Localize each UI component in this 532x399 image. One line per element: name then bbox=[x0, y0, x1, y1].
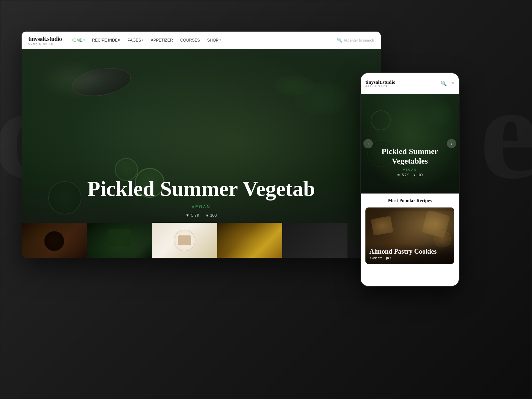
mobile-search-icon[interactable]: 🔍 bbox=[441, 80, 447, 86]
thumbnail-4[interactable] bbox=[217, 223, 282, 258]
food-dec-top-right bbox=[294, 82, 347, 115]
heart-icon: ♥ bbox=[206, 213, 208, 218]
thumbnail-5[interactable] bbox=[282, 223, 347, 258]
nav-item-courses[interactable]: COURSES bbox=[180, 38, 200, 43]
nav-arrow-pages: ▾ bbox=[142, 39, 143, 42]
nav-item-shop[interactable]: SHOP ▾ bbox=[207, 38, 221, 43]
search-placeholder-text: Hit enter to search bbox=[344, 38, 374, 42]
mobile-heart-icon: ♥ bbox=[413, 173, 415, 177]
hero-category-badge: VEGAN bbox=[22, 204, 381, 209]
popular-section-title: Most Popular Recipes bbox=[365, 198, 454, 203]
hero-stats: 👁 5.7K ♥ 100 bbox=[22, 213, 381, 218]
thumbnail-strip bbox=[22, 223, 347, 258]
mobile-hero-content: Pickled Summer Vegetables VEGAN 👁 5.7K ♥… bbox=[361, 147, 459, 177]
logo-name: tinysalt.studio bbox=[28, 36, 62, 43]
nav-item-appetizer[interactable]: APPETIZER bbox=[151, 38, 173, 43]
recipe-card-meta: SWEET 💬 1 bbox=[369, 257, 450, 260]
thumbnail-1[interactable] bbox=[22, 223, 87, 258]
comment-icon: 💬 bbox=[385, 257, 389, 260]
view-count: 👁 5.7K bbox=[186, 213, 200, 218]
nav-item-pages[interactable]: PAGES ▾ bbox=[128, 38, 143, 43]
mobile-hero-title: Pickled Summer Vegetables bbox=[366, 147, 454, 166]
eye-icon: 👁 bbox=[186, 213, 190, 218]
nav-arrow-home: ▾ bbox=[83, 39, 85, 42]
hero-content: Pickled Summer Vegetab VEGAN 👁 5.7K ♥ 10… bbox=[22, 177, 381, 218]
desktop-nav: HOME ▾ RECIPE INDEX PAGES ▾ APPETIZER CO… bbox=[70, 38, 332, 43]
thumb2-jar bbox=[108, 229, 131, 246]
search-icon: 🔍 bbox=[337, 38, 342, 43]
thumb1-bowl bbox=[44, 231, 64, 251]
mobile-hero-stats: 👁 5.7K ♥ 100 bbox=[366, 173, 454, 177]
logo-tagline: COOK & WRITE bbox=[28, 43, 54, 45]
mobile-like-count: ♥ 100 bbox=[413, 173, 423, 177]
food-dec-top-left bbox=[38, 59, 105, 99]
mobile-view-count: 👁 5.7K bbox=[397, 173, 409, 177]
nav-item-recipe-index[interactable]: RECIPE INDEX bbox=[92, 38, 120, 43]
featured-recipe-card[interactable]: Almond Pastry Cookies SWEET 💬 1 bbox=[365, 207, 454, 264]
nav-item-home[interactable]: HOME ▾ bbox=[70, 38, 85, 43]
bg-decoration-right: e bbox=[479, 66, 532, 200]
recipe-card-comments: 💬 1 bbox=[385, 257, 392, 260]
thumbnail-2[interactable] bbox=[87, 223, 152, 258]
thumb3-nuts bbox=[178, 235, 191, 245]
thumbnail-3[interactable] bbox=[152, 223, 217, 258]
mobile-header: tinysalt.studio COOK & WRITE 🔍 ≡ bbox=[361, 73, 459, 94]
recipe-card-overlay: Almond Pastry Cookies SWEET 💬 1 bbox=[365, 243, 454, 264]
mobile-logo-name: tinysalt.studio bbox=[365, 79, 441, 85]
recipe-card-title: Almond Pastry Cookies bbox=[369, 247, 450, 255]
mobile-hero-category: VEGAN bbox=[366, 168, 454, 171]
browser-header: tinysalt.studio COOK & WRITE HOME ▾ RECI… bbox=[22, 32, 381, 49]
mobile-eye-icon: 👁 bbox=[397, 173, 400, 177]
mobile-hero: ‹ › Pickled Summer Vegetables VEGAN 👁 5.… bbox=[361, 94, 459, 194]
mobile-logo[interactable]: tinysalt.studio COOK & WRITE bbox=[365, 79, 441, 87]
mobile-header-icons: 🔍 ≡ bbox=[441, 80, 454, 86]
mobile-popular-section: Most Popular Recipes Almond Pastry Cooki… bbox=[361, 194, 459, 267]
desktop-browser-mockup: tinysalt.studio COOK & WRITE HOME ▾ RECI… bbox=[22, 32, 381, 258]
search-area[interactable]: 🔍 Hit enter to search bbox=[337, 38, 374, 43]
mobile-mockup: tinysalt.studio COOK & WRITE 🔍 ≡ ‹ › Pic… bbox=[361, 73, 459, 286]
site-logo[interactable]: tinysalt.studio COOK & WRITE bbox=[28, 36, 62, 45]
mobile-menu-icon[interactable]: ≡ bbox=[452, 80, 454, 86]
like-count: ♥ 100 bbox=[206, 213, 217, 218]
nav-arrow-shop: ▾ bbox=[219, 39, 221, 42]
mobile-logo-tagline: COOK & WRITE bbox=[365, 85, 441, 87]
desktop-hero: Pickled Summer Vegetab VEGAN 👁 5.7K ♥ 10… bbox=[22, 49, 381, 258]
hero-title: Pickled Summer Vegetab bbox=[22, 177, 381, 200]
recipe-card-tag: SWEET bbox=[369, 257, 383, 260]
thumb4-overlay bbox=[217, 223, 282, 258]
